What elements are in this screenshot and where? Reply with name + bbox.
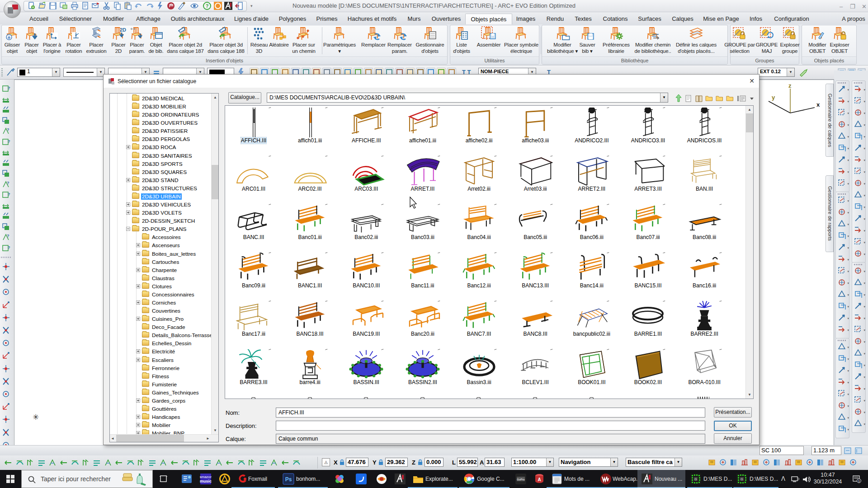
svg-text:?: ? (7, 181, 9, 185)
svg-text:x: x (816, 101, 820, 108)
svg-text:?: ? (8, 86, 10, 90)
svg-text:y: y (772, 94, 775, 101)
svg-text:GoPro: GoPro (517, 478, 525, 481)
svg-text:?: ? (205, 3, 208, 9)
svg-text:G: G (694, 478, 697, 481)
svg-text:Ps: Ps (285, 476, 292, 483)
svg-text:?: ? (8, 245, 10, 250)
svg-text:1: 1 (858, 479, 860, 483)
svg-text:G: G (741, 478, 743, 481)
svg-text:music: music (200, 479, 212, 483)
svg-text:?: ? (8, 139, 10, 144)
svg-text:?: ? (7, 127, 9, 132)
svg-text:z: z (788, 83, 792, 89)
svg-text:A: A (538, 477, 541, 482)
svg-text:?: ? (7, 234, 9, 238)
svg-text:?: ? (8, 192, 10, 197)
svg-text:amazon: amazon (200, 475, 212, 479)
